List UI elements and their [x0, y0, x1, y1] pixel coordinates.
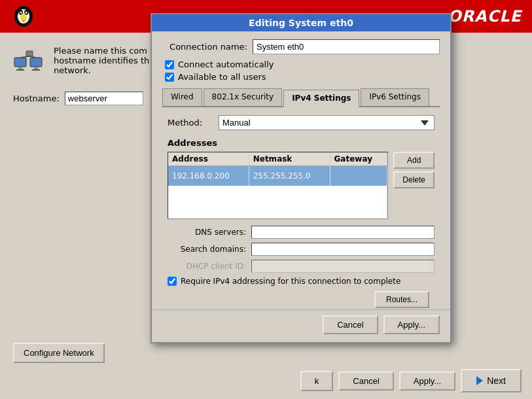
addresses-area: Address Netmask Gateway 192.168.0.200 25…	[168, 152, 434, 219]
search-label: Search domains:	[168, 245, 246, 254]
dhcp-row: DHCP client ID:	[168, 260, 434, 273]
col-netmask: Netmask	[249, 152, 330, 166]
svg-rect-11	[30, 58, 42, 67]
address-table-body: 192.168.0.200 255.255.255.0	[168, 166, 387, 218]
hostname-input[interactable]	[65, 92, 143, 105]
connect-auto-checkbox[interactable]	[165, 60, 174, 69]
network-icon	[13, 46, 46, 78]
dns-row: DNS servers:	[168, 226, 434, 239]
editing-dialog: Editing System eth0 Connection name: Con…	[151, 13, 452, 343]
modal-bottom-buttons: Cancel Apply...	[152, 309, 450, 342]
svg-rect-9	[18, 67, 22, 69]
tab-wired[interactable]: Wired	[162, 88, 202, 106]
modal-body: Connection name: Connect automatically A…	[152, 31, 450, 307]
intro-text: Please name this com hostname identifies…	[54, 46, 149, 75]
require-ipv4-checkbox[interactable]	[168, 277, 177, 286]
tab-802[interactable]: 802.1x Security	[204, 88, 283, 106]
bottom-nav: k Cancel Apply... Next	[300, 369, 522, 392]
connection-name-label: Connection name:	[162, 42, 247, 52]
cell-gateway	[330, 166, 387, 186]
connect-auto-label: Connect automatically	[178, 60, 274, 69]
oracle-logo: ORACLE	[448, 7, 522, 26]
cell-netmask: 255.255.255.0	[249, 166, 330, 186]
next-button[interactable]: Next	[461, 369, 522, 392]
require-row: Require IPv4 addressing for this connect…	[168, 277, 434, 286]
table-row[interactable]: 192.168.0.200 255.255.255.0	[168, 166, 387, 186]
delete-address-button[interactable]: Delete	[393, 171, 434, 188]
dhcp-input	[251, 260, 434, 273]
routes-button[interactable]: Routes...	[374, 291, 429, 308]
svg-rect-8	[14, 58, 26, 67]
search-input[interactable]	[251, 243, 434, 256]
svg-rect-14	[26, 51, 33, 56]
dhcp-label: DHCP client ID:	[168, 262, 246, 271]
next-arrow-icon	[476, 376, 483, 385]
ipv4-tab-content: Method: Manual Automatic (DHCP) Link-Loc…	[162, 107, 440, 299]
modal-titlebar: Editing System eth0	[152, 14, 450, 31]
available-all-label: Available to all users	[178, 72, 266, 82]
modal-apply-button[interactable]: Apply...	[383, 315, 440, 334]
modal-cancel-button[interactable]: Cancel	[323, 315, 378, 334]
connection-name-input[interactable]	[253, 39, 440, 54]
apply-button-main[interactable]: Apply...	[399, 372, 455, 390]
available-all-checkbox[interactable]	[165, 73, 174, 82]
method-label: Method:	[168, 118, 213, 128]
add-address-button[interactable]: Add	[393, 152, 434, 169]
search-row: Search domains:	[168, 243, 434, 256]
tab-ipv6[interactable]: IPv6 Settings	[361, 88, 429, 106]
svg-point-4	[20, 12, 22, 14]
svg-rect-13	[32, 69, 40, 71]
connection-name-row: Connection name:	[162, 39, 440, 54]
cancel-button-main[interactable]: Cancel	[338, 372, 393, 390]
method-row: Method: Manual Automatic (DHCP) Link-Loc…	[168, 115, 434, 130]
address-buttons: Add Delete	[393, 152, 434, 219]
address-table-container: Address Netmask Gateway 192.168.0.200 25…	[168, 152, 388, 219]
available-all-row: Available to all users	[162, 72, 440, 82]
col-address: Address	[168, 152, 249, 166]
svg-line-16	[29, 56, 36, 58]
connect-auto-row: Connect automatically	[162, 60, 440, 69]
svg-point-5	[26, 12, 27, 14]
svg-line-15	[20, 56, 29, 58]
tabs-bar: Wired 802.1x Security IPv4 Settings IPv6…	[162, 88, 440, 107]
address-table: Address Netmask Gateway 192.168.0.200 25…	[168, 152, 387, 218]
cell-address: 192.168.0.200	[168, 166, 249, 186]
require-label: Require IPv4 addressing for this connect…	[181, 277, 400, 286]
configure-network-button[interactable]: Configure Network	[13, 343, 105, 363]
col-gateway: Gateway	[330, 152, 387, 166]
hostname-label: Hostname:	[13, 94, 60, 103]
tab-ipv4[interactable]: IPv4 Settings	[283, 90, 359, 107]
svg-rect-12	[34, 67, 38, 69]
dns-input[interactable]	[251, 226, 434, 239]
dns-label: DNS servers:	[168, 228, 246, 237]
back-button[interactable]: k	[300, 371, 334, 391]
tux-icon	[10, 3, 37, 29]
method-select[interactable]: Manual Automatic (DHCP) Link-Local Only …	[219, 115, 434, 130]
svg-rect-10	[16, 69, 24, 71]
addresses-title: Addresses	[168, 138, 434, 148]
